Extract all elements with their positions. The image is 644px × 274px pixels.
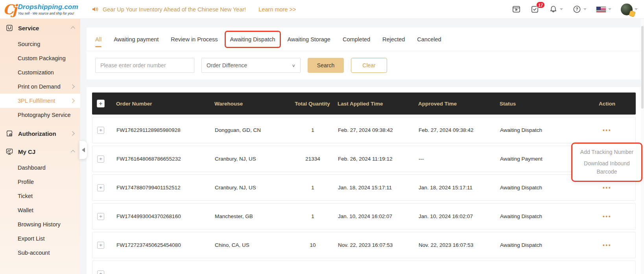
language-selector[interactable] — [596, 6, 611, 13]
expand-row-button[interactable]: + — [97, 184, 104, 191]
expand-row-button[interactable]: + — [97, 242, 104, 249]
select-value: Order Difference — [207, 62, 247, 68]
sidebar-section-my-cj[interactable]: My CJ — [0, 143, 80, 161]
help-icon[interactable]: ? — [572, 5, 587, 14]
sidebar-item-print-on-demand[interactable]: Print on Demand — [0, 80, 80, 94]
sidebar-item-label: Ticket — [18, 193, 74, 199]
sidebar-item-export-list[interactable]: Export List — [0, 231, 80, 246]
svg-text:?: ? — [576, 7, 578, 11]
tab-completed[interactable]: Completed — [343, 28, 370, 51]
more-actions-icon[interactable]: ••• — [603, 242, 611, 248]
clear-button[interactable]: Clear — [351, 58, 387, 73]
sidebar-item-ticket[interactable]: Ticket — [0, 189, 80, 203]
warehouse-cell: Chino, CA, US — [215, 242, 288, 248]
chevron-right-icon — [70, 84, 74, 89]
tasks-icon[interactable]: 17 — [530, 5, 539, 14]
logo[interactable]: Cj Dropshipping.com You sell - We source… — [3, 3, 82, 16]
sidebar-item-label: 3PL Fulfillment — [18, 98, 71, 104]
sidebar-item-photography-service[interactable]: Photography Service — [0, 108, 80, 122]
sidebar-item-label: Sub-account — [18, 250, 74, 256]
chevron-up-icon — [71, 26, 75, 31]
caret-down-icon — [608, 8, 611, 10]
expand-row-button[interactable]: + — [97, 213, 104, 220]
sidebar-item-sourcing[interactable]: Sourcing — [0, 37, 80, 51]
tab-awaiting-storage[interactable]: Awaiting Storage — [288, 28, 330, 51]
my-cj-icon — [6, 148, 13, 156]
sidebar-section-service[interactable]: Service — [0, 19, 80, 37]
tab-label: Awaiting Storage — [288, 36, 330, 43]
more-actions-icon[interactable]: ••• — [603, 127, 611, 133]
video-tutorials-icon[interactable] — [512, 5, 521, 14]
add-tracking-number-item[interactable]: Add Tracking Number — [575, 148, 639, 157]
caret-down-icon — [583, 8, 587, 10]
status-cell: Awaiting Dispatch — [500, 127, 579, 133]
sidebar-item-label: Profile — [18, 179, 74, 185]
sidebar-item-browsing-history[interactable]: Browsing History — [0, 217, 80, 231]
sidebar-item-customization[interactable]: Customization — [0, 65, 80, 80]
authorization-icon — [6, 130, 13, 137]
chevron-down-icon: ∨ — [292, 63, 295, 68]
main-content: All Awaiting payment Review in Process A… — [87, 19, 644, 274]
total-quantity-cell: 1 — [288, 213, 338, 219]
sidebar-item-label: Export List — [18, 235, 74, 242]
notification-badge: 17 — [536, 2, 545, 8]
sidebar-item-dashboard[interactable]: Dashboard — [0, 161, 80, 175]
expand-row-button[interactable]: + — [97, 270, 104, 274]
total-quantity-cell: 1 — [288, 185, 338, 191]
user-menu[interactable] — [621, 4, 638, 15]
more-actions-icon[interactable]: ••• — [603, 213, 611, 220]
announcement-bar: Gear Up Your Inventory Ahead of the Chin… — [91, 6, 296, 13]
sidebar-item-label: Print on Demand — [18, 83, 71, 90]
tab-label: Completed — [343, 36, 370, 43]
total-quantity-cell: 10 — [288, 242, 338, 248]
tab-review-in-process[interactable]: Review in Process — [171, 28, 218, 51]
column-header-status: Status — [500, 101, 578, 107]
sidebar-item-label: Customization — [18, 69, 74, 76]
tab-awaiting-dispatch[interactable]: Awaiting Dispatch — [230, 28, 275, 51]
sidebar-item-3pl-fulfillment[interactable]: 3PL Fulfillment — [0, 94, 80, 108]
topbar-actions: 17 ? — [512, 4, 644, 15]
order-filter-panel: All Awaiting payment Review in Process A… — [87, 28, 641, 80]
last-applied-time-cell: Feb. 26, 2024 11:19:12 — [338, 156, 419, 162]
column-header-last-applied-time: Last Applied Time — [338, 101, 418, 107]
column-header-approved-time: Approved Time — [418, 101, 500, 107]
approved-time-cell: Jan. 10, 2024 16:02:07 — [419, 213, 500, 219]
expand-row-button[interactable]: + — [97, 127, 104, 134]
order-number-input[interactable] — [95, 58, 194, 73]
order-difference-select[interactable]: Order Difference ∨ — [201, 58, 301, 73]
last-applied-time-cell: Jan. 18, 2024 15:17:11 — [338, 185, 419, 191]
sidebar-item-profile[interactable]: Profile — [0, 175, 80, 189]
sidebar-section-authorization[interactable]: Authorization — [0, 124, 80, 143]
last-applied-time-cell: Jan. 10, 2024 16:02:07 — [338, 213, 419, 219]
download-inbound-barcode-item[interactable]: Download Inbound Barcode — [575, 159, 639, 176]
tab-awaiting-payment[interactable]: Awaiting payment — [114, 28, 159, 51]
status-cell: Awaiting Payment — [500, 156, 579, 162]
tab-label: Review in Process — [171, 36, 218, 43]
more-actions-icon[interactable]: ••• — [603, 185, 611, 191]
table-header-row: + Order Number Warehouse Total Quantity … — [92, 93, 636, 115]
sidebar-section-label: Service — [18, 25, 66, 31]
logo-text: Dropshipping.com You sell - We source an… — [18, 3, 78, 15]
expand-all-button[interactable]: + — [97, 100, 105, 107]
sidebar-section-label: Authorization — [18, 130, 66, 137]
column-header-warehouse: Warehouse — [214, 101, 287, 107]
sidebar-item-label: Custom Packaging — [18, 55, 74, 61]
scrollbar-thumb[interactable] — [641, 26, 644, 109]
tab-rejected[interactable]: Rejected — [382, 28, 405, 51]
announcement-learn-more-link[interactable]: Learn more >> — [258, 6, 296, 13]
sidebar-collapse-handle[interactable] — [79, 141, 87, 159]
search-button[interactable]: Search — [308, 58, 344, 73]
sidebar-section-label: My CJ — [18, 148, 66, 155]
sidebar-item-sub-account[interactable]: Sub-account — [0, 246, 80, 260]
total-quantity-cell: 21334 — [288, 156, 338, 162]
warehouse-cell: Dongguan, GD, CN — [215, 127, 288, 133]
tab-all[interactable]: All — [95, 28, 101, 51]
sidebar-item-wallet[interactable]: Wallet — [0, 203, 80, 217]
notifications-bell-icon[interactable] — [549, 5, 563, 14]
expand-row-button[interactable]: + — [97, 156, 104, 163]
order-number-cell: FW1761648068786655232 — [116, 156, 215, 162]
tab-canceled[interactable]: Canceled — [417, 28, 441, 51]
sidebar-item-custom-packaging[interactable]: Custom Packaging — [0, 51, 80, 65]
approved-time-cell: --- — [419, 156, 500, 162]
column-header-total-quantity: Total Quantity — [287, 101, 338, 107]
